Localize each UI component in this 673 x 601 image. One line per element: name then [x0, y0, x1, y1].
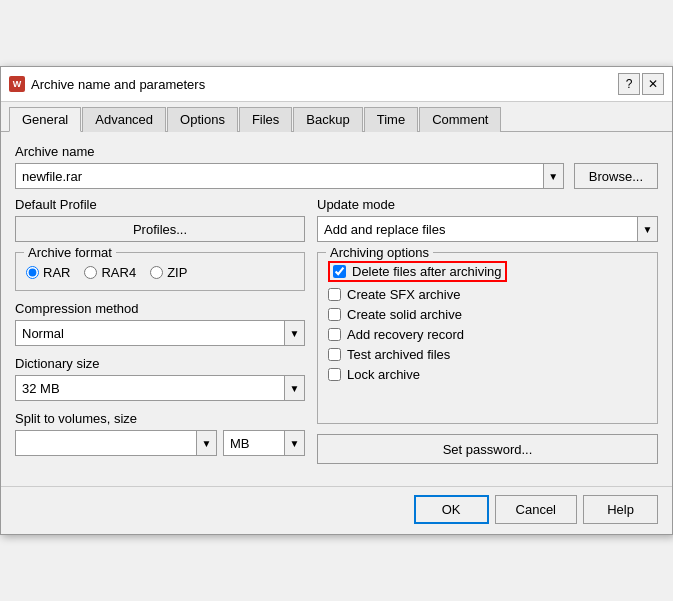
format-zip-radio[interactable]	[150, 266, 163, 279]
archive-format-label: Archive format	[24, 245, 116, 260]
create-solid-label: Create solid archive	[347, 307, 462, 322]
dialog-footer: OK Cancel Help	[1, 486, 672, 534]
split-volumes-group: Split to volumes, size ▼ B KB MB GB	[15, 411, 305, 456]
test-archived-label: Test archived files	[347, 347, 450, 362]
delete-files-checkbox[interactable]	[333, 265, 346, 278]
archive-format-options: RAR RAR4 ZIP	[26, 265, 294, 280]
archive-name-input[interactable]	[16, 164, 543, 188]
tab-backup[interactable]: Backup	[293, 107, 362, 132]
app-icon: W	[9, 76, 25, 92]
delete-files-highlighted: Delete files after archiving	[328, 261, 507, 282]
browse-button[interactable]: Browse...	[574, 163, 658, 189]
dictionary-size-select[interactable]: 128 KB 256 KB 512 KB 1 MB 2 MB 4 MB 8 MB…	[16, 376, 284, 400]
format-rar-radio[interactable]	[26, 266, 39, 279]
split-volumes-inputs: ▼ B KB MB GB ▼	[15, 430, 305, 456]
ok-button[interactable]: OK	[414, 495, 489, 524]
create-sfx-label: Create SFX archive	[347, 287, 460, 302]
dictionary-size-arrow[interactable]: ▼	[284, 376, 304, 400]
compression-method-group: Compression method Store Fastest Fast No…	[15, 301, 305, 346]
tab-general[interactable]: General	[9, 107, 81, 132]
update-mode-arrow[interactable]: ▼	[637, 217, 657, 241]
lock-archive-label: Lock archive	[347, 367, 420, 382]
compression-method-field[interactable]: Store Fastest Fast Normal Good Best ▼	[15, 320, 305, 346]
option-delete-files[interactable]: Delete files after archiving	[328, 261, 647, 282]
dictionary-size-label: Dictionary size	[15, 356, 305, 371]
delete-files-label: Delete files after archiving	[352, 264, 502, 279]
compression-method-arrow[interactable]: ▼	[284, 321, 304, 345]
format-zip[interactable]: ZIP	[150, 265, 187, 280]
add-recovery-checkbox[interactable]	[328, 328, 341, 341]
help-footer-button[interactable]: Help	[583, 495, 658, 524]
split-volumes-label: Split to volumes, size	[15, 411, 305, 426]
split-unit-select[interactable]: B KB MB GB	[224, 431, 284, 455]
archiving-options-label: Archiving options	[326, 245, 433, 260]
dictionary-size-group: Dictionary size 128 KB 256 KB 512 KB 1 M…	[15, 356, 305, 401]
archive-name-dropdown-arrow[interactable]: ▼	[543, 164, 563, 188]
title-bar-controls: ? ✕	[618, 73, 664, 95]
update-mode-select[interactable]: Add and replace files Update and add fil…	[318, 217, 637, 241]
title-bar: W Archive name and parameters ? ✕	[1, 67, 672, 102]
option-create-solid[interactable]: Create solid archive	[328, 307, 647, 322]
test-archived-checkbox[interactable]	[328, 348, 341, 361]
archive-name-field[interactable]: ▼	[15, 163, 564, 189]
format-rar[interactable]: RAR	[26, 265, 70, 280]
archive-name-label: Archive name	[15, 144, 564, 159]
option-add-recovery[interactable]: Add recovery record	[328, 327, 647, 342]
tab-advanced[interactable]: Advanced	[82, 107, 166, 132]
default-profile-label: Default Profile	[15, 197, 305, 212]
tab-files[interactable]: Files	[239, 107, 292, 132]
format-rar4-radio[interactable]	[84, 266, 97, 279]
tab-comment[interactable]: Comment	[419, 107, 501, 132]
archiving-options-group: Archiving options Delete files after arc…	[317, 252, 658, 424]
split-unit-arrow[interactable]: ▼	[284, 431, 304, 455]
dialog-title: Archive name and parameters	[31, 77, 612, 92]
lock-archive-checkbox[interactable]	[328, 368, 341, 381]
split-size-field[interactable]: ▼	[15, 430, 217, 456]
add-recovery-label: Add recovery record	[347, 327, 464, 342]
option-test-archived[interactable]: Test archived files	[328, 347, 647, 362]
create-sfx-checkbox[interactable]	[328, 288, 341, 301]
archive-format-group: Archive format RAR RAR4 ZIP	[15, 252, 305, 291]
cancel-button[interactable]: Cancel	[495, 495, 577, 524]
tab-options[interactable]: Options	[167, 107, 238, 132]
dialog-content: Archive name ▼ Browse... Default Profile…	[1, 132, 672, 486]
help-button[interactable]: ?	[618, 73, 640, 95]
profiles-button[interactable]: Profiles...	[15, 216, 305, 242]
dictionary-size-field[interactable]: 128 KB 256 KB 512 KB 1 MB 2 MB 4 MB 8 MB…	[15, 375, 305, 401]
split-size-input[interactable]	[16, 431, 196, 455]
create-solid-checkbox[interactable]	[328, 308, 341, 321]
split-size-arrow[interactable]: ▼	[196, 431, 216, 455]
split-unit-field[interactable]: B KB MB GB ▼	[223, 430, 305, 456]
archiving-options-section: Archiving options Delete files after arc…	[317, 252, 658, 466]
update-mode-field[interactable]: Add and replace files Update and add fil…	[317, 216, 658, 242]
dialog-archive-parameters: W Archive name and parameters ? ✕ Genera…	[0, 66, 673, 535]
compression-method-label: Compression method	[15, 301, 305, 316]
update-mode-label: Update mode	[317, 197, 658, 212]
compression-method-select[interactable]: Store Fastest Fast Normal Good Best	[16, 321, 284, 345]
set-password-button[interactable]: Set password...	[317, 434, 658, 464]
tab-bar: General Advanced Options Files Backup Ti…	[1, 102, 672, 132]
format-rar4[interactable]: RAR4	[84, 265, 136, 280]
option-lock-archive[interactable]: Lock archive	[328, 367, 647, 382]
close-button[interactable]: ✕	[642, 73, 664, 95]
option-create-sfx[interactable]: Create SFX archive	[328, 287, 647, 302]
tab-time[interactable]: Time	[364, 107, 418, 132]
